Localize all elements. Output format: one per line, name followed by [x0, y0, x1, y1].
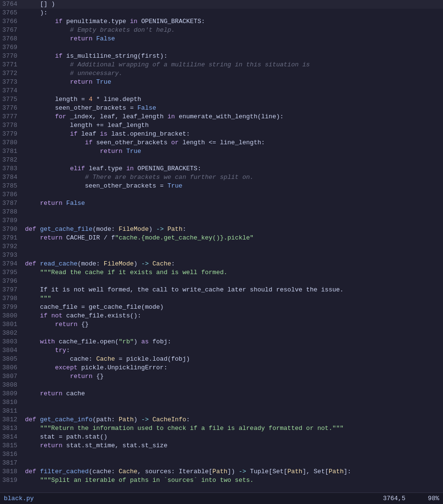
line-number: 3809 — [0, 390, 23, 398]
line-content: elif leaf.type in OPENING_BRACKETS: — [23, 164, 443, 173]
code-lines: 3764 [] )3765 ):3766 if penultimate.type… — [0, 0, 443, 492]
line-number: 3802 — [0, 329, 23, 338]
table-row: 3817 — [0, 459, 443, 467]
line-number: 3797 — [0, 286, 23, 294]
line-number: 3803 — [0, 338, 23, 346]
table-row: 3766 if penultimate.type in OPENING_BRAC… — [0, 17, 443, 26]
line-number: 3768 — [0, 35, 23, 43]
table-row: 3783 elif leaf.type in OPENING_BRACKETS: — [0, 164, 443, 173]
table-row: 3775 length = 4 * line.depth — [0, 95, 443, 104]
line-number: 3767 — [0, 26, 23, 35]
table-row: 3810 — [0, 398, 443, 407]
line-content: cache: Cache = pickle.load(fobj) — [23, 355, 443, 364]
table-row: 3776 seen_other_brackets = False — [0, 104, 443, 113]
table-row: 3819 """Split an iterable of paths in `s… — [0, 476, 443, 485]
line-number: 3772 — [0, 69, 23, 78]
line-content: return False — [23, 35, 443, 43]
table-row: 3784 # There are brackets we can further… — [0, 173, 443, 182]
line-number: 3796 — [0, 277, 23, 286]
line-content: If it is not well formed, the call to wr… — [23, 286, 443, 294]
line-number: 3805 — [0, 355, 23, 364]
table-row: 3778 length += leaf_length — [0, 121, 443, 130]
line-number: 3777 — [0, 113, 23, 121]
status-bar: black.py 3764,5 98% — [0, 492, 443, 504]
line-content: length = 4 * line.depth — [23, 95, 443, 104]
line-content: return CACHE_DIR / f"cache.{mode.get_cac… — [23, 234, 443, 242]
line-number: 3819 — [0, 476, 23, 485]
table-row: 3782 — [0, 156, 443, 164]
line-number: 3769 — [0, 43, 23, 52]
line-content: seen_other_brackets = True — [23, 182, 443, 190]
line-number: 3817 — [0, 459, 23, 467]
line-number: 3774 — [0, 87, 23, 95]
table-row: 3796 — [0, 277, 443, 286]
table-row: 3779 if leaf is last.opening_bracket: — [0, 130, 443, 139]
table-row: 3814 stat = path.stat() — [0, 433, 443, 441]
line-number: 3776 — [0, 104, 23, 113]
line-number: 3811 — [0, 407, 23, 416]
table-row: 3818def filter_cached(cache: Cache, sour… — [0, 467, 443, 476]
line-number: 3792 — [0, 242, 23, 251]
table-row: 3803 with cache_file.open("rb") as fobj: — [0, 338, 443, 346]
line-number: 3790 — [0, 225, 23, 234]
line-content: length += leaf_length — [23, 121, 443, 130]
table-row: 3800 if not cache_file.exists(): — [0, 312, 443, 320]
line-content: with cache_file.open("rb") as fobj: — [23, 338, 443, 346]
line-number: 3808 — [0, 381, 23, 390]
line-content: [] ) — [23, 0, 443, 9]
table-row: 3790def get_cache_file(mode: FileMode) -… — [0, 225, 443, 234]
line-content: # Empty brackets don't help. — [23, 26, 443, 35]
line-content: return {} — [23, 320, 443, 329]
line-content: def read_cache(mode: FileMode) -> Cache: — [23, 260, 443, 268]
line-content: # Additional wrapping of a multiline str… — [23, 61, 443, 69]
table-row: 3806 except pickle.UnpicklingError: — [0, 364, 443, 372]
table-row: 3771 # Additional wrapping of a multilin… — [0, 61, 443, 69]
table-row: 3801 return {} — [0, 320, 443, 329]
line-number: 3800 — [0, 312, 23, 320]
line-number: 3779 — [0, 130, 23, 139]
table-row: 3777 for _index, leaf, leaf_length in en… — [0, 113, 443, 121]
table-row: 3797 If it is not well formed, the call … — [0, 286, 443, 294]
table-row: 3793 — [0, 251, 443, 260]
line-content: """Read the cache if it exists and is we… — [23, 268, 443, 277]
table-row: 3816 — [0, 450, 443, 459]
line-content: cache_file = get_cache_file(mode) — [23, 303, 443, 312]
table-row: 3786 — [0, 190, 443, 199]
line-number: 3778 — [0, 121, 23, 130]
table-row: 3768 return False — [0, 35, 443, 43]
line-content: stat = path.stat() — [23, 433, 443, 441]
file-name: black.py — [4, 495, 34, 502]
line-number: 3771 — [0, 61, 23, 69]
line-number: 3814 — [0, 433, 23, 441]
cursor-position: 3764,5 98% — [383, 495, 439, 502]
line-content: return {} — [23, 372, 443, 381]
line-number: 3775 — [0, 95, 23, 104]
line-content: for _index, leaf, leaf_length in enumera… — [23, 113, 443, 121]
line-number: 3815 — [0, 441, 23, 450]
table-row: 3787 return False — [0, 199, 443, 208]
line-number: 3810 — [0, 398, 23, 407]
table-row: 3792 — [0, 242, 443, 251]
table-row: 3781 return True — [0, 147, 443, 156]
line-content: try: — [23, 346, 443, 355]
table-row: 3795 """Read the cache if it exists and … — [0, 268, 443, 277]
line-number: 3788 — [0, 208, 23, 216]
line-content: """Split an iterable of paths in `source… — [23, 476, 443, 485]
line-number: 3786 — [0, 190, 23, 199]
table-row: 3780 if seen_other_brackets or length <=… — [0, 139, 443, 147]
table-row: 3765 ): — [0, 9, 443, 17]
table-row: 3808 — [0, 381, 443, 390]
line-number: 3801 — [0, 320, 23, 329]
table-row: 3812def get_cache_info(path: Path) -> Ca… — [0, 416, 443, 424]
line-content: # unnecessary. — [23, 69, 443, 78]
table-row: 3770 if is_multiline_string(first): — [0, 52, 443, 61]
table-row: 3802 — [0, 329, 443, 338]
line-content: seen_other_brackets = False — [23, 104, 443, 113]
table-row: 3807 return {} — [0, 372, 443, 381]
table-row: 3773 return True — [0, 78, 443, 87]
line-number: 3804 — [0, 346, 23, 355]
line-content: except pickle.UnpicklingError: — [23, 364, 443, 372]
line-number: 3798 — [0, 294, 23, 303]
table-row: 3774 — [0, 87, 443, 95]
line-number: 3766 — [0, 17, 23, 26]
